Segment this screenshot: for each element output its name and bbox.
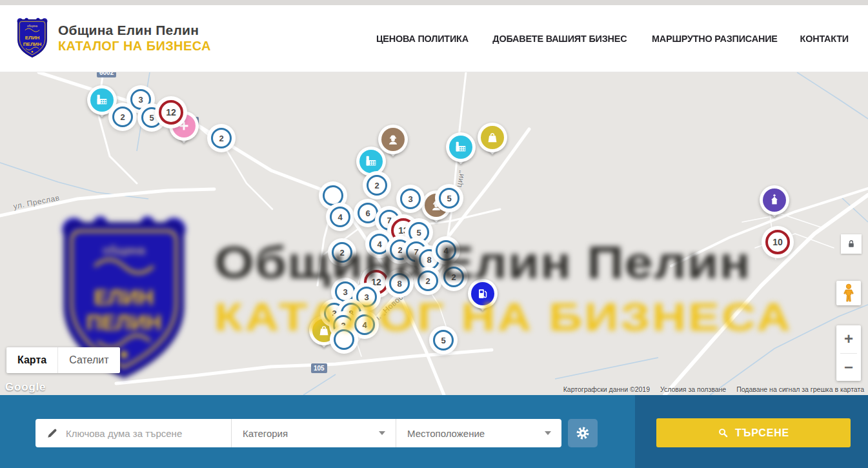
zoom-in-button[interactable]: + xyxy=(836,325,861,353)
search-fields-group: Категория Местоположение xyxy=(35,419,561,447)
cluster-count: 2 xyxy=(374,181,379,190)
cluster-count: 12 xyxy=(166,107,176,117)
cluster-count: 6 xyxy=(365,209,370,218)
cluster-count: 5 xyxy=(441,336,445,345)
pencil-icon xyxy=(46,427,58,439)
cluster-marker[interactable]: 2 xyxy=(112,107,133,127)
keyword-input[interactable] xyxy=(66,428,221,439)
search-icon xyxy=(718,427,729,438)
main-nav: ЦЕНОВА ПОЛИТИКАДОБАВЕТЕ ВАШИЯТ БИЗНЕСМАР… xyxy=(374,33,850,44)
cluster-count: 5 xyxy=(447,194,451,203)
nav-item-2[interactable]: МАРШРУТНО РАЗПИСАНИЕ xyxy=(652,33,778,44)
cluster-marker[interactable]: 4 xyxy=(330,207,350,227)
cluster-count: 5 xyxy=(149,113,154,123)
cluster-marker[interactable]: 4 xyxy=(436,240,456,261)
gear-icon xyxy=(576,426,590,440)
zoom-out-button[interactable]: − xyxy=(836,354,861,382)
cluster-count: 3 xyxy=(332,309,336,318)
map-canvas[interactable]: Община Елин Пелин КАТАЛОГ НА БИЗНЕСА Кар… xyxy=(0,72,868,395)
nav-item-3[interactable]: КОНТАКТИ xyxy=(800,33,849,44)
pegman-control[interactable] xyxy=(836,281,861,305)
cluster-count: 4 xyxy=(362,320,367,330)
lock-button[interactable] xyxy=(841,234,862,254)
cluster-count: 4 xyxy=(377,239,381,249)
cluster-marker[interactable]: 3 xyxy=(130,89,151,110)
cluster-count: 4 xyxy=(443,246,448,256)
road-shield-label: 105 xyxy=(311,363,327,373)
category-select-label: Категория xyxy=(243,428,288,439)
cluster-marker[interactable]: 2 xyxy=(332,242,352,263)
search-button[interactable]: ТЪРСЕНЕ xyxy=(656,418,851,447)
site-title: Община Елин Пелин xyxy=(58,23,211,39)
cluster-marker[interactable] xyxy=(323,185,343,206)
category-select[interactable]: Категория xyxy=(232,419,396,447)
site-header: Община Елин Пелин КАТАЛОГ НА БИЗНЕСА ЦЕН… xyxy=(0,5,868,72)
cluster-marker[interactable]: 5 xyxy=(409,222,429,243)
factory-icon xyxy=(359,150,383,173)
attribution-link[interactable]: Подаване на сигнал за грешка в картата xyxy=(736,385,864,393)
advanced-settings-button[interactable] xyxy=(568,419,598,447)
cluster-marker[interactable]: 4 xyxy=(354,314,375,335)
cluster-marker[interactable]: 3 xyxy=(400,188,421,209)
cluster-marker[interactable]: 2 xyxy=(211,128,232,148)
cluster-count: 3 xyxy=(364,292,368,302)
cluster-count: 3 xyxy=(343,287,347,297)
church-icon xyxy=(763,188,786,212)
cluster-marker[interactable] xyxy=(334,329,354,350)
zoom-control: + − xyxy=(836,325,861,381)
map-type-control: Карта Сателит xyxy=(6,347,120,373)
fuel-pin[interactable] xyxy=(468,279,498,318)
cluster-marker[interactable]: 6 xyxy=(358,203,378,223)
map-attribution: Картографски данни ©2019Условия за ползв… xyxy=(563,385,864,393)
cluster-count: 8 xyxy=(397,279,401,289)
map-view-button[interactable]: Карта xyxy=(6,347,57,373)
cluster-count: 10 xyxy=(772,237,783,247)
chevron-down-icon xyxy=(379,431,385,435)
cluster-marker[interactable]: 2 xyxy=(367,175,387,196)
pegman-icon xyxy=(840,283,857,303)
cluster-marker[interactable]: 3 xyxy=(356,287,377,307)
bag-pin[interactable] xyxy=(478,123,507,161)
nav-item-1[interactable]: ДОБАВЕТЕ ВАШИЯТ БИЗНЕС xyxy=(492,33,627,44)
factory-icon xyxy=(90,88,114,112)
lock-icon xyxy=(847,239,856,249)
cluster-marker[interactable]: 2 xyxy=(418,270,438,291)
nav-item-0[interactable]: ЦЕНОВА ПОЛИТИКА xyxy=(376,33,469,44)
chevron-down-icon xyxy=(545,431,551,435)
cluster-count: 8 xyxy=(427,255,431,265)
cluster-marker[interactable]: 3 xyxy=(335,281,356,302)
cluster-count: 5 xyxy=(416,228,421,238)
cluster-marker[interactable]: 12 xyxy=(159,100,183,125)
site-logo[interactable]: Община Елин Пелин КАТАЛОГ НА БИЗНЕСА xyxy=(14,17,211,60)
google-logo[interactable]: Google xyxy=(5,381,46,394)
cluster-count: 4 xyxy=(338,212,342,222)
municipality-crest-icon xyxy=(14,17,50,60)
attribution-link[interactable]: Условия за ползване xyxy=(660,385,726,393)
search-button-label: ТЪРСЕНЕ xyxy=(735,427,789,439)
church-pin[interactable] xyxy=(760,185,789,224)
location-select[interactable]: Местоположение xyxy=(396,419,561,447)
location-select-label: Местоположение xyxy=(407,428,485,439)
factory-icon xyxy=(449,136,472,159)
cluster-count: 2 xyxy=(339,248,344,258)
keyword-field[interactable] xyxy=(35,419,231,447)
cluster-count: 3 xyxy=(138,95,143,105)
road-shield-label: 6002 xyxy=(97,72,116,77)
cluster-marker[interactable]: 10 xyxy=(765,230,790,254)
factory-pin[interactable] xyxy=(446,132,476,171)
cluster-marker[interactable]: 8 xyxy=(389,273,410,294)
cluster-count: 2 xyxy=(425,276,430,286)
cluster-marker[interactable]: 5 xyxy=(439,188,459,209)
cluster-marker[interactable]: 5 xyxy=(433,330,454,351)
page-top-strip xyxy=(0,0,868,5)
satellite-view-button[interactable]: Сателит xyxy=(57,347,119,373)
cluster-marker[interactable]: 2 xyxy=(443,267,464,287)
site-subtitle: КАТАЛОГ НА БИЗНЕСА xyxy=(58,39,211,54)
cluster-count: 7 xyxy=(414,247,418,257)
cluster-count: 2 xyxy=(398,245,402,255)
search-bar: Категория Местоположение ТЪРСЕНЕ xyxy=(0,395,868,468)
cluster-count: 2 xyxy=(120,112,125,122)
cluster-count: 7 xyxy=(387,216,391,225)
cluster-marker[interactable]: 4 xyxy=(369,234,390,254)
fuel-icon xyxy=(471,282,494,305)
